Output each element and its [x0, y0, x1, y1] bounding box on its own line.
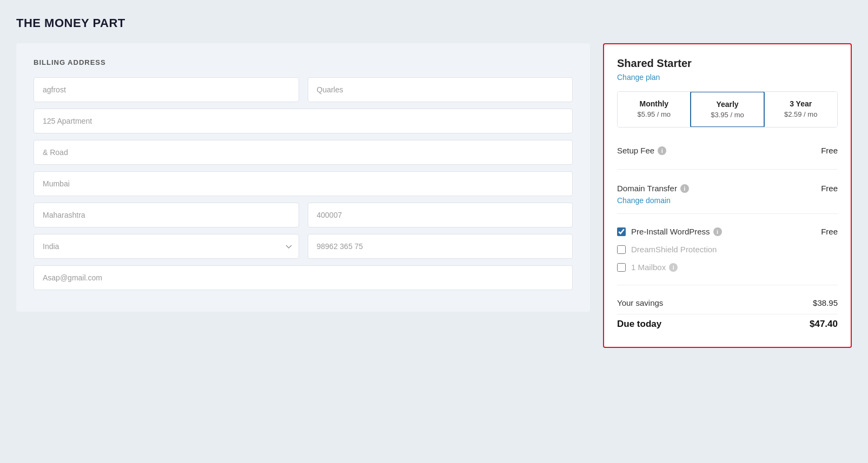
right-column: Shared Starter Change plan Monthly $5.95…: [603, 43, 852, 348]
period-3year[interactable]: 3 Year $2.59 / mo: [764, 92, 837, 127]
last-name-input[interactable]: [308, 77, 573, 102]
billing-address-title: BILLING ADDRESS: [34, 58, 573, 66]
country-phone-row: India United States United Kingdom: [34, 234, 573, 259]
domain-transfer-row: Domain Transfer i Free: [617, 178, 838, 198]
due-today-label: Due today: [617, 319, 661, 330]
order-summary: Shared Starter Change plan Monthly $5.95…: [603, 43, 852, 348]
mailbox-label: 1 Mailbox i: [631, 263, 838, 272]
addon-wordpress-row: Pre-Install WordPress i Free: [617, 223, 838, 240]
billing-section: BILLING ADDRESS India Uni: [16, 43, 590, 312]
setup-fee-value: Free: [821, 146, 838, 155]
yearly-label: Yearly: [695, 100, 760, 109]
due-today-value: $47.40: [810, 319, 838, 330]
change-domain-link[interactable]: Change domain: [617, 196, 838, 205]
due-today-row: Due today $47.40: [617, 314, 838, 334]
wordpress-text: Pre-Install WordPress: [631, 227, 710, 236]
3year-price: $2.59 / mo: [768, 110, 833, 118]
billing-period-selector: Monthly $5.95 / mo Yearly $3.95 / mo 3 Y…: [617, 91, 838, 128]
divider-1: [617, 169, 838, 170]
left-column: BILLING ADDRESS India Uni: [16, 43, 590, 312]
mailbox-text: 1 Mailbox: [631, 263, 666, 272]
email-input[interactable]: [34, 265, 573, 290]
savings-section: Your savings $38.95 Due today $47.40: [617, 285, 838, 334]
mailbox-checkbox[interactable]: [617, 263, 626, 272]
zip-input[interactable]: [308, 203, 573, 227]
dreamshield-text: DreamShield Protection: [631, 245, 717, 254]
setup-fee-info-icon[interactable]: i: [658, 146, 666, 155]
mailbox-info-icon[interactable]: i: [669, 263, 678, 272]
city-row: [34, 171, 573, 196]
addon-mailbox-row: 1 Mailbox i: [617, 258, 838, 276]
dreamshield-checkbox[interactable]: [617, 245, 626, 254]
change-plan-link[interactable]: Change plan: [617, 73, 838, 82]
first-name-input[interactable]: [34, 77, 299, 102]
state-input[interactable]: [34, 203, 299, 227]
country-select[interactable]: India United States United Kingdom: [34, 234, 299, 259]
domain-transfer-label: Domain Transfer i: [617, 184, 689, 193]
wordpress-label: Pre-Install WordPress i: [631, 227, 816, 236]
domain-transfer-value: Free: [821, 184, 838, 193]
address1-input[interactable]: [34, 109, 573, 133]
page-title: THE MONEY PART: [16, 16, 852, 30]
3year-label: 3 Year: [768, 99, 833, 108]
setup-fee-label: Setup Fee i: [617, 146, 666, 155]
monthly-price: $5.95 / mo: [622, 110, 686, 118]
city-input[interactable]: [34, 171, 573, 196]
setup-fee-text: Setup Fee: [617, 146, 654, 155]
savings-row: Your savings $38.95: [617, 294, 838, 312]
address1-row: [34, 109, 573, 133]
name-row: [34, 77, 573, 102]
main-layout: BILLING ADDRESS India Uni: [16, 43, 852, 348]
wordpress-value: Free: [821, 227, 838, 236]
domain-transfer-text: Domain Transfer: [617, 184, 677, 193]
wordpress-info-icon[interactable]: i: [713, 227, 722, 236]
plan-name: Shared Starter: [617, 57, 838, 70]
monthly-label: Monthly: [622, 99, 686, 108]
period-yearly[interactable]: Yearly $3.95 / mo: [690, 91, 765, 128]
address2-row: [34, 140, 573, 165]
setup-fee-row: Setup Fee i Free: [617, 140, 838, 160]
divider-2: [617, 213, 838, 214]
yearly-price: $3.95 / mo: [695, 111, 760, 119]
period-monthly[interactable]: Monthly $5.95 / mo: [618, 92, 691, 127]
address2-input[interactable]: [34, 140, 573, 165]
dreamshield-label: DreamShield Protection: [631, 245, 838, 254]
savings-label: Your savings: [617, 298, 663, 307]
addon-dreamshield-row: DreamShield Protection: [617, 240, 838, 258]
phone-input[interactable]: [308, 234, 573, 259]
savings-value: $38.95: [813, 298, 838, 307]
state-zip-row: [34, 203, 573, 227]
email-row: [34, 265, 573, 290]
domain-transfer-info-icon[interactable]: i: [680, 184, 689, 193]
wordpress-checkbox[interactable]: [617, 227, 626, 236]
